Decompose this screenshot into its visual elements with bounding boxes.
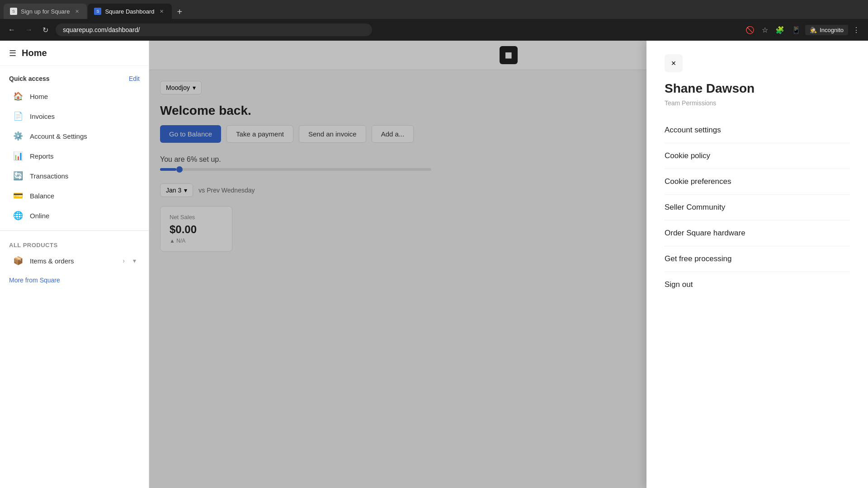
app-container: ☰ Home Quick access Edit 🏠 Home 📄 Invoic… bbox=[0, 41, 868, 488]
browser-tab-1[interactable]: S Sign up for Square ✕ bbox=[4, 4, 87, 19]
home-label: Home bbox=[30, 93, 48, 100]
sidebar-item-transactions[interactable]: 🔄 Transactions bbox=[4, 166, 145, 185]
invoices-icon: 📄 bbox=[13, 111, 24, 121]
balance-label: Balance bbox=[30, 192, 54, 200]
more-from-square-label: More from Square bbox=[9, 277, 60, 284]
panel-menu-account-settings[interactable]: Account settings bbox=[665, 117, 850, 143]
transactions-label: Transactions bbox=[30, 172, 68, 180]
sidebar-scroll-area: Quick access Edit 🏠 Home 📄 Invoices ⚙️ A… bbox=[0, 66, 149, 488]
sidebar-header: ☰ Home bbox=[0, 41, 149, 66]
sidebar-divider bbox=[0, 230, 149, 231]
sidebar-item-account[interactable]: ⚙️ Account & Settings bbox=[4, 127, 145, 145]
panel-menu-cookie-preferences[interactable]: Cookie preferences bbox=[665, 169, 850, 195]
sidebar-item-items-orders[interactable]: 📦 Items & orders › ▾ bbox=[4, 251, 145, 270]
back-button[interactable]: ← bbox=[5, 24, 18, 36]
sidebar-item-home[interactable]: 🏠 Home bbox=[4, 87, 145, 106]
toolbar-icons: 🚫 ☆ 🧩 📱 🕵️ Incognito ⋮ bbox=[743, 24, 863, 36]
sidebar-item-reports[interactable]: 📊 Reports bbox=[4, 146, 145, 165]
all-products-label: All products bbox=[0, 236, 149, 250]
panel-menu-seller-community[interactable]: Seller Community bbox=[665, 195, 850, 221]
invoices-label: Invoices bbox=[30, 113, 55, 120]
online-label: Online bbox=[30, 212, 49, 220]
expand-icon: ▾ bbox=[133, 257, 136, 264]
reload-button[interactable]: ↻ bbox=[40, 24, 51, 36]
team-permissions-label: Team Permissions bbox=[665, 99, 850, 107]
new-tab-button[interactable]: + bbox=[173, 5, 187, 19]
browser-chrome: S Sign up for Square ✕ S Square Dashboar… bbox=[0, 0, 868, 41]
quick-access-label: Quick access bbox=[9, 75, 50, 82]
main-content: ■ Moodjoy ▾ Welcome back. Go to Balance … bbox=[149, 41, 868, 488]
edit-link[interactable]: Edit bbox=[129, 75, 140, 82]
online-icon: 🌐 bbox=[13, 211, 24, 221]
incognito-icon: 🕵️ bbox=[810, 27, 817, 33]
tab1-title: Sign up for Square bbox=[21, 8, 70, 15]
transactions-icon: 🔄 bbox=[13, 171, 24, 181]
hamburger-icon[interactable]: ☰ bbox=[9, 48, 16, 58]
sidebar: ☰ Home Quick access Edit 🏠 Home 📄 Invoic… bbox=[0, 41, 149, 488]
sidebar-item-online[interactable]: 🌐 Online bbox=[4, 206, 145, 225]
home-icon: 🏠 bbox=[13, 91, 24, 101]
panel-menu-free-processing[interactable]: Get free processing bbox=[665, 246, 850, 272]
sidebar-item-balance[interactable]: 💳 Balance bbox=[4, 186, 145, 205]
sidebar-item-invoices[interactable]: 📄 Invoices bbox=[4, 107, 145, 126]
chevron-right-icon: › bbox=[123, 257, 125, 264]
items-orders-label: Items & orders bbox=[30, 257, 74, 265]
tab1-favicon: S bbox=[10, 8, 17, 15]
browser-toolbar: ← → ↻ 🚫 ☆ 🧩 📱 🕵️ Incognito ⋮ bbox=[0, 19, 868, 41]
close-icon: × bbox=[671, 59, 676, 68]
panel-menu-sign-out[interactable]: Sign out bbox=[665, 272, 850, 297]
more-from-square[interactable]: More from Square bbox=[0, 271, 149, 289]
menu-button[interactable]: ⋮ bbox=[850, 24, 863, 36]
tab2-favicon: S bbox=[94, 8, 101, 15]
panel-menu: Account settings Cookie policy Cookie pr… bbox=[665, 117, 850, 297]
sidebar-nav: 🏠 Home 📄 Invoices ⚙️ Account & Settings … bbox=[0, 87, 149, 225]
browser-tab-2[interactable]: S Square Dashboard ✕ bbox=[88, 4, 171, 19]
incognito-button[interactable]: 🕵️ Incognito bbox=[805, 25, 848, 35]
address-bar[interactable] bbox=[56, 23, 372, 36]
tab2-title: Square Dashboard bbox=[105, 8, 154, 15]
account-label: Account & Settings bbox=[30, 132, 87, 140]
incognito-label: Incognito bbox=[820, 27, 844, 33]
panel-menu-order-hardware[interactable]: Order Square hardware bbox=[665, 221, 850, 246]
panel-menu-cookie-policy[interactable]: Cookie policy bbox=[665, 143, 850, 169]
balance-icon: 💳 bbox=[13, 191, 24, 201]
extension-icon[interactable]: 🧩 bbox=[773, 24, 787, 36]
responsive-icon[interactable]: 📱 bbox=[789, 24, 803, 36]
sidebar-title: Home bbox=[22, 48, 47, 58]
reports-icon: 📊 bbox=[13, 151, 24, 161]
panel-close-button[interactable]: × bbox=[665, 54, 683, 72]
eye-slash-icon[interactable]: 🚫 bbox=[743, 24, 757, 36]
account-icon: ⚙️ bbox=[13, 131, 24, 141]
forward-button[interactable]: → bbox=[23, 24, 35, 36]
tab2-close[interactable]: ✕ bbox=[158, 8, 165, 15]
user-panel: × Shane Dawson Team Permissions Account … bbox=[646, 41, 868, 488]
quick-access-header: Quick access Edit bbox=[0, 66, 149, 86]
reports-label: Reports bbox=[30, 152, 54, 160]
user-name: Shane Dawson bbox=[665, 81, 850, 96]
browser-tabs-bar: S Sign up for Square ✕ S Square Dashboar… bbox=[0, 0, 868, 19]
items-orders-icon: 📦 bbox=[13, 256, 24, 266]
star-icon[interactable]: ☆ bbox=[759, 24, 771, 36]
tab1-close[interactable]: ✕ bbox=[73, 8, 80, 15]
